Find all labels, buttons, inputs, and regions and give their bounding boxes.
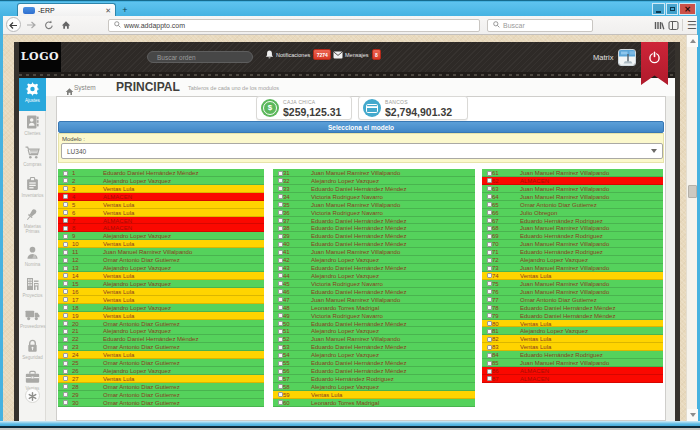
row-checkbox[interactable] (63, 329, 68, 334)
status-row[interactable]: 37Eduardo Daniel Hernández Méndez (273, 217, 475, 225)
status-row[interactable]: 36Victoria Rodriguez Navarro (273, 209, 475, 217)
status-row[interactable]: 38Eduardo Daniel Hernández Méndez (273, 224, 475, 232)
notifications-menu[interactable]: Notificaciones 7274 (265, 49, 331, 60)
status-row[interactable]: 47Juan Manuel Ramirez Villalpando (273, 296, 475, 304)
status-row[interactable]: 48Leonardo Torres Madrigal (273, 304, 475, 312)
status-row[interactable]: 35Juan Manuel Ramirez Villalpando (273, 201, 475, 209)
status-row[interactable]: 52Juan Manuel Ramirez Villalpando (273, 335, 475, 343)
status-row[interactable]: 50Eduardo Daniel Hernández Méndez (273, 320, 475, 328)
scroll-up-arrow[interactable] (687, 35, 698, 47)
row-checkbox[interactable] (63, 289, 68, 294)
app-logo[interactable]: LOGO (19, 42, 61, 72)
status-row[interactable]: 49Victoria Rodriguez Navarro (273, 312, 475, 320)
status-row[interactable]: 45Victoria Rodriguez Navarro (273, 280, 475, 288)
scroll-down-arrow[interactable] (687, 409, 698, 421)
status-row[interactable]: 83Ventas Lula (482, 343, 663, 351)
messages-menu[interactable]: Mensajes 8 (333, 49, 381, 60)
row-checkbox[interactable] (63, 210, 68, 215)
status-row[interactable]: 10Ventas Lula (58, 240, 264, 248)
status-row[interactable]: 77Omar Antonio Diaz Gutierrez (482, 296, 663, 304)
status-row[interactable]: 22Eduardo Daniel Hernández Méndez (58, 335, 264, 343)
status-row[interactable]: 73Juan Manuel Ramirez Villalpando (482, 264, 663, 272)
browser-scrollbar[interactable] (686, 35, 697, 421)
sidebar-item-inventarios[interactable]: Inventarios (19, 173, 46, 204)
status-row[interactable]: 71Eduardo Hernández Rodriguez (482, 248, 663, 256)
status-row[interactable]: 64Juan Manuel Ramirez Villalpando (482, 193, 663, 201)
status-row[interactable]: 32Alejandro Lopez Vazquez (273, 177, 475, 185)
status-row[interactable]: 68Juan Manuel Ramirez Villalpando (482, 224, 663, 232)
status-row[interactable]: 65Omar Antonio Diaz Gutierrez (482, 201, 663, 209)
status-row[interactable]: 34Victoria Rodriguez Navarro (273, 193, 475, 201)
sidebar-item-proyectos[interactable]: Proyectos (19, 273, 46, 304)
status-row[interactable]: 6Ventas Lula (58, 209, 264, 217)
row-checkbox[interactable] (63, 384, 68, 389)
breadcrumb-root[interactable]: System (74, 84, 96, 91)
status-row[interactable]: 67Eduardo Hernández Rodriguez (482, 217, 663, 225)
model-select[interactable]: LU340 (61, 143, 663, 159)
home-button[interactable] (61, 20, 71, 30)
library-icon[interactable] (654, 20, 665, 31)
status-row[interactable]: 58Alejandro Lopez Vazquez (273, 383, 475, 391)
window-minimize-button[interactable] (652, 3, 665, 15)
forward-button[interactable] (26, 20, 36, 30)
order-search-input[interactable]: Buscar orden (147, 51, 253, 63)
status-row[interactable]: 51Alejandro Lopez Vazquez (273, 327, 475, 335)
row-checkbox[interactable] (63, 400, 68, 405)
status-row[interactable]: 61Juan Manuel Ramirez Villalpando (482, 169, 663, 177)
back-button[interactable] (6, 17, 21, 32)
status-row[interactable]: 41Juan Manuel Ramirez Villalpando (273, 248, 475, 256)
status-row[interactable]: 8ALMACEN (58, 224, 264, 232)
status-row[interactable]: 13Alejandro Lopez Vazquez (58, 264, 264, 272)
scrollbar-thumb[interactable] (688, 185, 697, 198)
status-row[interactable]: 70Juan Manuel Ramirez Villalpando (482, 240, 663, 248)
status-row[interactable]: 12Omar Antonio Diaz Gutierrez (58, 256, 264, 264)
reload-button[interactable] (44, 20, 54, 30)
sidebar-item-clientes[interactable]: Clientes (19, 111, 46, 142)
window-close-button[interactable]: ✕ (679, 3, 696, 15)
row-checkbox[interactable] (63, 186, 68, 191)
row-checkbox[interactable] (63, 353, 68, 358)
status-row[interactable]: 14Ventas Lula (58, 272, 264, 280)
status-row[interactable]: 39Eduardo Daniel Hernández Méndez (273, 232, 475, 240)
status-row[interactable]: 7ALMACEN (58, 217, 264, 225)
asterisk-circle-icon[interactable] (25, 388, 40, 403)
status-row[interactable]: 40Eduardo Daniel Hernández Méndez (273, 240, 475, 248)
row-checkbox[interactable] (63, 337, 68, 342)
status-row[interactable]: 60Leonardo Torres Madrigal (273, 399, 475, 407)
user-menu[interactable]: Matrix (593, 42, 636, 72)
status-row[interactable]: 72Alejandro Lopez Vazquez (482, 256, 663, 264)
status-row[interactable]: 87ALMACEN (482, 375, 663, 383)
row-checkbox[interactable] (63, 361, 68, 366)
new-tab-button[interactable]: + (120, 5, 130, 16)
sidebar-item-seguridad[interactable]: Seguridad (19, 335, 46, 366)
status-row[interactable]: 27Ventas Lula (58, 375, 264, 383)
row-checkbox[interactable] (63, 369, 68, 374)
menu-icon[interactable]: ☰ (687, 19, 697, 31)
status-row[interactable]: 57Eduardo Hernández Rodriguez (273, 375, 475, 383)
status-row[interactable]: 78Eduardo Daniel Hernández Méndez (482, 304, 663, 312)
status-row[interactable]: 29Omar Antonio Diaz Gutierrez (58, 391, 264, 399)
status-row[interactable]: 24Ventas Lula (58, 351, 264, 359)
status-row[interactable]: 19Ventas Lula (58, 312, 264, 320)
status-row[interactable]: 80Ventas Lula (482, 320, 663, 328)
status-row[interactable]: 16Ventas Lula (58, 288, 264, 296)
row-checkbox[interactable] (63, 218, 68, 223)
status-row[interactable]: 84Eduardo Hernández Rodriguez (482, 351, 663, 359)
row-checkbox[interactable] (63, 171, 68, 176)
status-row[interactable]: 5Ventas Lula (58, 201, 264, 209)
row-checkbox[interactable] (63, 376, 68, 381)
sidebar-toggle-icon[interactable] (668, 20, 679, 31)
sidebar-item-materias-primas[interactable]: Materias Primas (19, 204, 46, 242)
row-checkbox[interactable] (63, 281, 68, 286)
status-row[interactable]: 69Eduardo Hernández Rodriguez (482, 232, 663, 240)
row-checkbox[interactable] (63, 266, 68, 271)
status-row[interactable]: 25Omar Antonio Diaz Gutierrez (58, 359, 264, 367)
status-row[interactable]: 54Alejandro Lopez Vazquez (273, 351, 475, 359)
status-row[interactable]: 55Eduardo Daniel Hernández Méndez (273, 359, 475, 367)
status-row[interactable]: 17Ventas Lula (58, 296, 264, 304)
status-row[interactable]: 23Omar Antonio Diaz Gutierrez (58, 343, 264, 351)
status-row[interactable]: 33Eduardo Daniel Hernández Méndez (273, 185, 475, 193)
sidebar-item-proveedores[interactable]: Proveedores (19, 304, 46, 335)
status-row[interactable]: 4ALMACEN (58, 193, 264, 201)
status-row[interactable]: 62ALMACEN (482, 177, 663, 185)
